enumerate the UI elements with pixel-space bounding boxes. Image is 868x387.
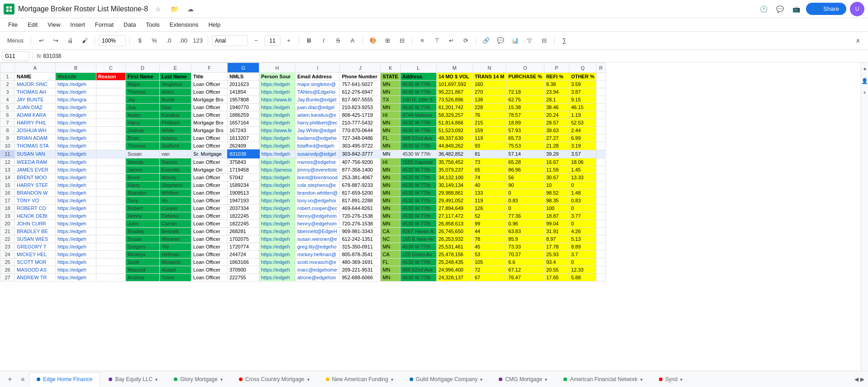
cell-other[interactable]: 9.15 (569, 96, 596, 104)
cell-email[interactable]: rramos@edgehor (296, 158, 340, 166)
cell-other[interactable]: 0.83 (569, 197, 596, 205)
cell-refi[interactable]: 20.24 (544, 111, 569, 119)
cell-firstname[interactable]: Robert (126, 205, 160, 212)
cell-person-source[interactable]: https://edgeh (259, 174, 296, 182)
cell-address[interactable]: 125 Union Av (400, 251, 436, 258)
header-refi[interactable]: REFI % (544, 73, 569, 81)
col-e-header[interactable]: E (160, 63, 191, 73)
cell-reason[interactable] (96, 274, 126, 282)
cell-purchase[interactable]: 72.18 (506, 88, 544, 96)
cell-trans[interactable]: 72 (472, 266, 506, 274)
cell-volume[interactable]: 25,248,435 (436, 258, 472, 266)
filter-view-button[interactable]: ⊟ (538, 34, 550, 47)
cell-other[interactable]: 46.15 (569, 104, 596, 111)
cell-email[interactable]: jimmy@everettsle (296, 166, 340, 174)
table-row[interactable]: 26MASOOD AShttps://edgehMasoodAsaadLoan … (0, 266, 606, 274)
cell-reason[interactable] (96, 266, 126, 274)
cell-trans[interactable]: 76 (472, 111, 506, 119)
cell-address[interactable]: 4530 W 77th (400, 220, 436, 228)
cell-volume[interactable]: 35,756,452 (436, 158, 472, 166)
cell-title[interactable]: Loan Officer (191, 134, 228, 142)
cell-firstname[interactable]: Susan (126, 235, 160, 243)
cell-volume[interactable]: 51,814,866 (436, 119, 472, 127)
col-r-header[interactable]: R (596, 63, 606, 73)
cell-reason[interactable] (96, 88, 126, 96)
cell-state[interactable]: MN (381, 88, 400, 96)
cell-name[interactable]: JAY BUNTE (15, 96, 56, 104)
cell-purchase[interactable]: 76.47 (506, 274, 544, 282)
sheet-prev-button[interactable]: ◀ (854, 376, 858, 382)
merge-button[interactable]: ⊟ (396, 34, 408, 47)
cell-phone[interactable]: 817-659-5200 (340, 189, 381, 197)
chart-button[interactable]: 📊 (509, 34, 521, 47)
cell-lastname[interactable]: Everetts (160, 166, 191, 174)
cell-nmls[interactable]: 1940770 (228, 104, 259, 111)
cell-title[interactable]: Loan Officer (191, 88, 228, 96)
cell-title[interactable]: Loan Officer (191, 274, 228, 282)
cell-other[interactable]: 52.53 (569, 119, 596, 127)
table-row[interactable]: 9BRIAN ADAMhttps://edgehBrianAdamsLoan O… (0, 134, 606, 142)
cell-volume[interactable]: 25,478,156 (436, 251, 472, 258)
cell-nmls[interactable]: 2037334 (228, 205, 259, 212)
cell-trans[interactable]: 45 (472, 243, 506, 251)
cell-reason[interactable] (96, 212, 126, 220)
cell-address[interactable]: 1585 Kapiolar (400, 158, 436, 166)
cell-website[interactable]: https://edgeh (56, 158, 96, 166)
cell-website[interactable]: https://edgeh (56, 258, 96, 266)
cell-website[interactable]: https://edgeh (56, 266, 96, 274)
zoom-selector[interactable]: 100% (99, 35, 126, 46)
cell-firstname[interactable]: Gregory (126, 243, 160, 251)
cell-volume[interactable]: 49,337,630 (436, 134, 472, 142)
cell-reason[interactable] (96, 134, 126, 142)
cell-firstname[interactable]: Harry (126, 119, 160, 127)
sheet-tab-3[interactable]: Cross Country Mortgage▾ (231, 372, 317, 387)
cell-person-source[interactable]: https://edgeh (259, 134, 296, 142)
cell-lastname[interactable]: Ahles (160, 88, 191, 96)
table-row[interactable]: 8JOSHUA WHhttps://edgehJoshuaWhiteMortga… (0, 127, 606, 134)
cell-title[interactable]: Loan Officer (191, 158, 228, 166)
cell-title[interactable]: Loan Officer (191, 111, 228, 119)
sheet-tab-8[interactable]: Synd▾ (651, 372, 690, 387)
cell-phone[interactable]: 720-276-1538 (340, 212, 381, 220)
cloud-icon[interactable]: ☁ (184, 3, 197, 15)
comment-icon[interactable]: 💬 (773, 3, 786, 15)
table-row[interactable]: 13JAMES EVERhttps://edgehJamesEverettsMo… (0, 166, 606, 174)
cell-name[interactable]: ROBERT CO (15, 205, 56, 212)
cell-address[interactable]: 165 E New Hi (400, 235, 436, 243)
cell-name[interactable]: HENOK DEBI (15, 212, 56, 220)
cell-address[interactable]: 4530 W 77th (400, 104, 436, 111)
cell-person-source[interactable]: https://edgeh (259, 119, 296, 127)
cell-person-source[interactable]: https://edgeh (259, 189, 296, 197)
cell-email[interactable]: marc@edgehome (296, 266, 340, 274)
cell-website[interactable]: https://edgeh (56, 119, 96, 127)
cell-refi[interactable]: 8.97 (544, 235, 569, 243)
cell-website[interactable]: https://edgeh (56, 134, 96, 142)
cell-title[interactable]: Loan Officer (191, 197, 228, 205)
cell-refi[interactable]: 17.78 (544, 243, 569, 251)
cell-trans[interactable]: 160 (472, 81, 506, 88)
cell-purchase[interactable]: 85.9 (506, 235, 544, 243)
cell-title[interactable]: Loan Officer (191, 81, 228, 88)
cell-lastname[interactable]: Singleton (160, 81, 191, 88)
cell-lastname[interactable]: Diaz (160, 104, 191, 111)
cell-volume[interactable]: 35,079,237 (436, 166, 472, 174)
sheet-tab-7[interactable]: American Financial Network▾ (556, 372, 650, 387)
cell-volume[interactable]: 61,201,742 (436, 104, 472, 111)
cell-phone[interactable]: 817-891-2288 (340, 197, 381, 205)
cell-person-source[interactable]: https://edgeh (259, 243, 296, 251)
cell-firstname[interactable]: Andrew (126, 274, 160, 282)
cell-phone[interactable]: 210-777-5432 (340, 119, 381, 127)
cell-purchase[interactable]: 0.96 (506, 220, 544, 228)
percent-button[interactable]: % (148, 34, 161, 47)
cell-state[interactable]: MN (381, 174, 400, 182)
cell-firstname[interactable]: Masood (126, 266, 160, 274)
cell-phone[interactable]: 909-981-3343 (340, 228, 381, 235)
cell-reason[interactable] (96, 220, 126, 228)
cell-lastname[interactable]: Vo (160, 197, 191, 205)
cell-reason[interactable] (96, 158, 126, 166)
menu-file[interactable]: File (4, 19, 22, 30)
cell-lastname[interactable]: Bunte (160, 96, 191, 104)
cell-trans[interactable]: 53 (472, 251, 506, 258)
cell-volume[interactable]: 30,149,134 (436, 182, 472, 189)
cell-phone[interactable]: 469-644-8261 (340, 205, 381, 212)
